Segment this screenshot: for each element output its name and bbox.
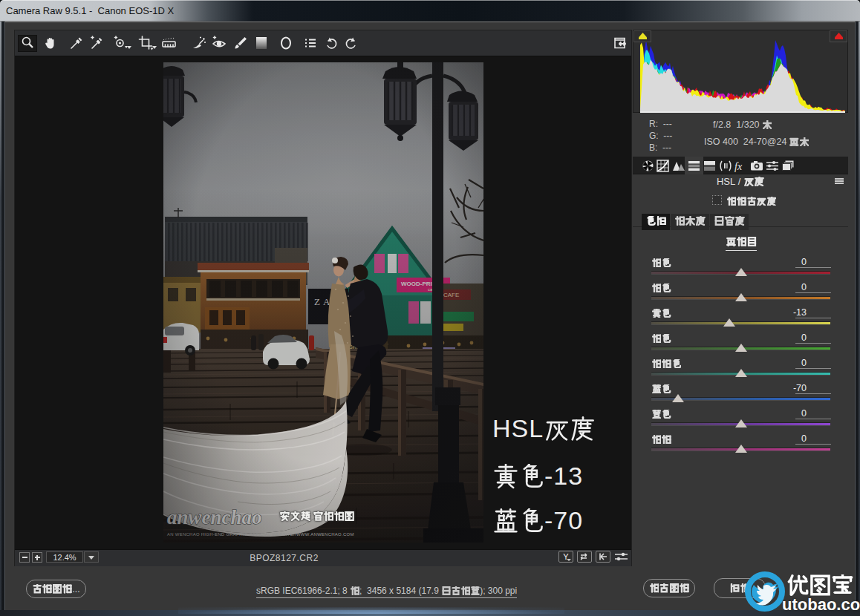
svg-text:fx: fx [734, 161, 743, 172]
